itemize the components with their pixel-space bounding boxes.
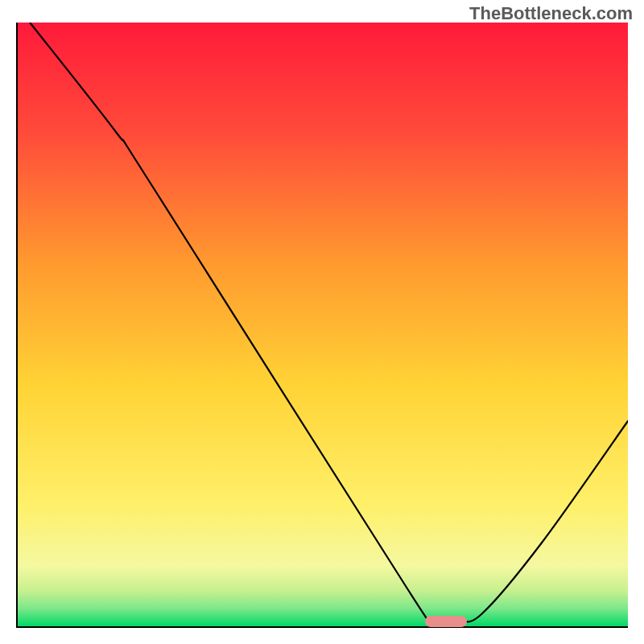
gradient-background xyxy=(18,23,628,626)
chart-svg xyxy=(18,23,628,626)
watermark-text: TheBottleneck.com xyxy=(469,3,633,24)
minimum-marker xyxy=(425,616,467,627)
plot-area xyxy=(16,23,628,628)
